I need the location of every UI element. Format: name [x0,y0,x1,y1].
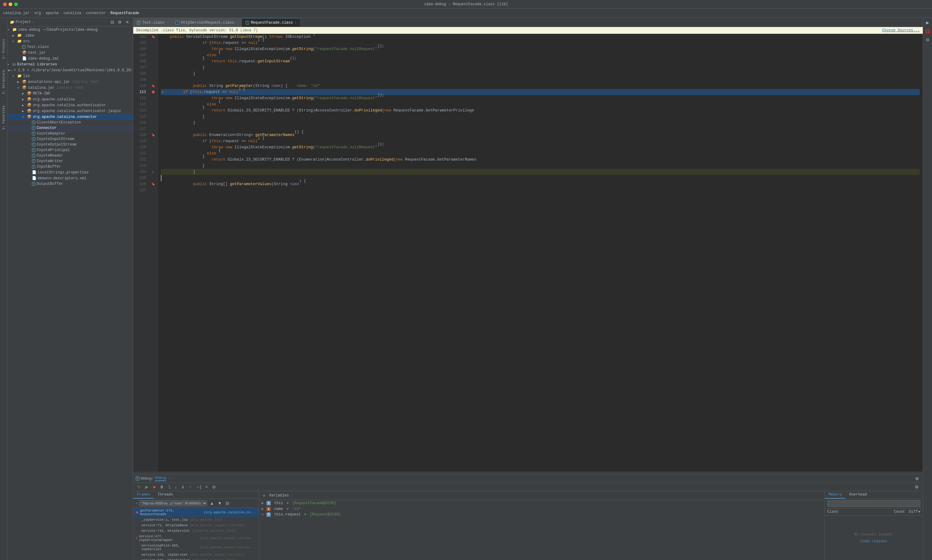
window-controls[interactable] [3,3,18,6]
gutter-127[interactable] [149,187,157,194]
settings-button[interactable]: ⚙ [117,19,123,25]
tree-item-outputbuffer[interactable]: C OutputBuffer [8,181,133,187]
mute-breakpoints-button[interactable]: ⊘ [211,483,217,490]
gutter-122[interactable] [149,157,157,163]
var-item-this[interactable]: ▶ t this = {RequestFacade@3238} [259,500,824,506]
tree-item-org-apache-catalina[interactable]: ▶ 📦 org.apache.catalina [8,96,133,102]
thread-selector[interactable]: "http-nio-8080-ex...p "main": RUNNING [139,500,207,506]
tab-httpservletrequest[interactable]: I HttpServletRequest.class ✕ [172,18,241,27]
frame-up-button[interactable]: ▲ [208,500,215,506]
stop-button[interactable]: ■ [151,483,157,490]
add-var-button[interactable]: + [261,492,266,498]
force-step-into-button[interactable]: ⇓ [180,483,186,490]
tree-item-coyoteoutputstream[interactable]: C CoyoteOutputStream [8,142,133,148]
memory-tab-memory[interactable]: Memory [825,491,846,498]
step-over-button[interactable]: ⤵ [167,483,172,490]
tree-item-catalina-jar[interactable]: ▾ 📦 catalina.jar library root [8,85,133,91]
gutter-108[interactable] [149,71,157,77]
tree-item-coyoteprincipal[interactable]: C CoyotePrincipal [8,148,133,153]
hide-sidebar-button[interactable]: ✕ [124,19,131,25]
tree-item-annotations-jar[interactable]: ▶ 📦 annotations-api.jar library root [8,79,133,85]
gutter-117[interactable] [149,126,157,132]
tree-item-connector-class[interactable]: C Connector [8,125,133,131]
tree-item-lib[interactable]: ▾ 📁 lib [8,73,133,79]
frame-item-4[interactable]: ⊗ service:477, JspServletWrapper {org.ap… [133,534,259,543]
gutter-102[interactable]: 🔖 [149,34,157,40]
gutter-103[interactable] [149,40,157,46]
gutter-113[interactable] [149,101,157,108]
tree-item-jdk[interactable]: ▶ ☕ < 1.8 > /Library/Java/JavaVirtualMac… [8,67,133,73]
left-tab-structure[interactable]: 2: Structure [1,68,7,97]
tree-item-coyotewriter[interactable]: C CoyoteWriter [8,158,133,164]
gutter-121[interactable] [149,151,157,157]
gutter-104[interactable] [149,46,157,52]
horizontal-scrollbar[interactable] [133,472,923,474]
tree-item-src[interactable]: ▾ 📁 src [8,38,133,44]
tab-requestfacade[interactable]: C RequestFacade.class ✕ [242,18,300,27]
gutter-123[interactable] [149,163,157,169]
debug-tab-close[interactable]: ✕ [169,476,171,481]
settings-debug-button[interactable]: ⚙ [913,483,920,490]
gutter-120[interactable] [149,144,157,151]
gutter-114[interactable] [149,108,157,114]
tree-item-metainf[interactable]: ▶ 📦 META-INF [8,91,133,96]
tab-frames[interactable]: Frames [133,491,154,498]
debug-settings-button[interactable]: ⚙ [914,475,920,482]
rerun-button[interactable]: ↻ [136,483,142,490]
tree-item-coyoteadapter[interactable]: C CoyoteAdapter [8,131,133,136]
tab-close-requestfacade[interactable]: ✕ [295,21,297,25]
left-tab-project[interactable]: 1: Project [1,36,7,62]
tab-testclass[interactable]: C Test.class ✕ [133,18,172,27]
tree-item-coyotereader[interactable]: C CoyoteReader [8,153,133,158]
tab-close-testclass[interactable]: ✕ [166,21,168,25]
evaluate-button[interactable]: = [204,483,209,490]
gutter-116[interactable] [149,120,157,126]
gutter-111[interactable]: ⏺ [149,89,157,95]
tree-item-authenticator[interactable]: ▶ 📦 org.apache.catalina.authenticator [8,102,133,108]
tree-item-connector-pkg[interactable]: ▾ 📦 org.apache.catalina.connector [8,114,133,120]
memory-search-input[interactable] [827,500,920,507]
frame-down-button[interactable]: ▼ [217,500,223,506]
frame-item-7[interactable]: service:741, HttpServlet {jakarta.servle… [133,557,259,560]
step-into-button[interactable]: ↓ [173,483,178,490]
breadcrumb-apache[interactable]: apache [45,11,58,15]
frame-item-1[interactable]: _jspService:1, test_jsp {org.apache.jsp} [133,517,259,523]
resume-button[interactable]: ▶ [144,483,150,490]
frame-item-3[interactable]: service:741, HttpServlet {jakarta.servle… [133,528,259,534]
tree-item-localstrings[interactable]: 📄 LocalStrings.properties [8,169,133,175]
run-to-cursor-button[interactable]: →| [194,483,203,490]
tab-threads[interactable]: Threads [154,491,177,498]
tree-item-testclass[interactable]: C Test.class [8,44,133,50]
load-classes-link[interactable]: Load classes [860,539,887,543]
tree-item-coyoteinputstream[interactable]: C CoyoteInputStream [8,136,133,142]
gutter-112[interactable] [149,95,157,101]
minimize-button[interactable] [9,3,12,6]
pause-button[interactable]: ⏸ [158,483,166,490]
gutter-125[interactable] [149,175,157,181]
tree-item-inputbuffer[interactable]: C InputBuffer [8,164,133,169]
tree-item-authenticator-jaspic[interactable]: ▶ 📦 org.apache.catalina.authenticator.ja… [8,108,133,114]
var-expand-this[interactable]: ▶ [261,501,265,505]
gutter-115[interactable] [149,114,157,120]
breadcrumb-catalina[interactable]: catalina [63,11,82,15]
var-expand-name[interactable]: ▶ [261,506,265,511]
frame-filter-button[interactable]: ⊟ [225,500,231,506]
var-item-request[interactable]: ∞ f this.request = {Request@3240} [259,512,824,517]
tree-item-mbeans[interactable]: 📄 mbeans-descriptors.xml [8,175,133,181]
var-item-name[interactable]: ▶ p name = "id" [259,506,824,512]
gutter-118[interactable]: 🔖 [149,132,157,138]
right-tab-run[interactable]: ▶ [924,19,931,26]
maximize-button[interactable] [14,3,18,6]
frame-item-6[interactable]: service:329, JspServlet {org.apache.jasp… [133,552,259,557]
tree-item-root[interactable]: ▾ 📁 idea-debug ~/IdeaProjects/idea-debug [8,27,133,32]
gutter-107[interactable] [149,65,157,71]
var-expand-request[interactable]: ∞ [261,512,265,517]
gutter-119[interactable] [149,138,157,144]
gutter-124[interactable]: ⚠ [149,169,157,175]
gutter-109[interactable] [149,77,157,83]
gutter-106[interactable] [149,58,157,65]
gutter-126[interactable]: 🔖 [149,181,157,187]
breadcrumb-connector[interactable]: connector [86,11,106,15]
choose-sources-link[interactable]: Choose Sources... [882,28,920,32]
left-tab-favorites[interactable]: 2: Favorites [1,103,7,132]
